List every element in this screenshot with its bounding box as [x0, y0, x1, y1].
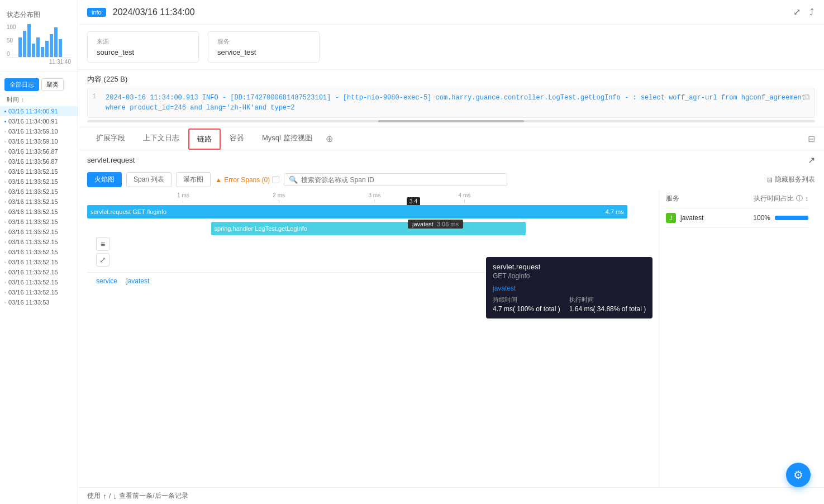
share-btn[interactable]: ⤴	[808, 6, 815, 18]
list-item[interactable]: 03/16 11:33:52.15	[0, 217, 78, 227]
error-span-checkbox[interactable]	[272, 176, 279, 183]
log-dot	[4, 211, 6, 213]
cluster-btn[interactable]: 聚类	[41, 78, 64, 91]
expand-btn[interactable]: ⤢	[792, 6, 802, 18]
list-item[interactable]: 03/16 11:33:52.15	[0, 187, 78, 197]
list-item[interactable]: 03/16 11:33:56.87	[0, 156, 78, 167]
service-bar	[775, 216, 808, 220]
log-dot	[4, 121, 6, 122]
log-dot	[4, 201, 6, 203]
timeline-main: 1 ms 2 ms 3 ms 3.4 ms 4 m	[87, 189, 650, 487]
service-panel: 服务 执行时间占比 ⓘ ↕ J javatest 100%	[659, 189, 815, 487]
list-item[interactable]: 03/16 11:33:52.15	[0, 287, 78, 297]
timeline-ruler: 1 ms 2 ms 3 ms 3.4 ms 4 m	[87, 189, 650, 205]
next-record-btn[interactable]: ↓	[113, 492, 117, 501]
info-icon: ⓘ	[796, 194, 803, 203]
main-tabs: 扩展字段 上下文日志 链路 容器 Mysql 监控视图 ⊕ ⊟	[78, 127, 824, 150]
log-dot	[4, 141, 6, 142]
list-item[interactable]: 03/16 11:33:52.15	[0, 227, 78, 237]
list-item[interactable]: 03/16 11:33:59.10	[0, 126, 78, 136]
list-item[interactable]: 03/16 11:33:53	[0, 297, 78, 307]
scroll-indicator	[87, 120, 815, 122]
log-dot	[4, 171, 6, 173]
resize-btn[interactable]: ⤢	[96, 253, 109, 267]
list-item[interactable]: 03/16 11:33:52.15	[0, 167, 78, 177]
service-row-javatest[interactable]: J javatest 100%	[666, 208, 808, 228]
tab-container[interactable]: 容器	[221, 127, 253, 150]
log-level-badge: info	[87, 8, 106, 17]
tooltip-duration: 持续时间 4.7 ms( 100% of total )	[493, 296, 560, 313]
main-panel: info 2024/03/16 11:34:00 ⤢ ⤴ 来源 source_t…	[78, 0, 824, 504]
log-dot	[4, 251, 6, 253]
content-section: 内容 (225 B) 1 2024-03-16 11:34:00.913 INF…	[78, 70, 824, 127]
sidebar: 状态分布图 100 50 0 11:31:40 全部日志	[0, 0, 78, 504]
list-item[interactable]: 03/16 11:33:52.15	[0, 237, 78, 247]
sort-icon[interactable]: ↕	[805, 195, 808, 203]
tab-expand-fields[interactable]: 扩展字段	[87, 127, 134, 150]
log-dot	[4, 292, 6, 293]
javatest-bubble: javatest 3.06 ms	[408, 220, 463, 229]
log-dot	[4, 231, 6, 233]
service-card: 服务 service_test	[208, 31, 320, 63]
hide-service-icon: ⊟	[767, 176, 773, 184]
hide-service-list-btn[interactable]: ⊟ 隐藏服务列表	[767, 175, 815, 184]
list-item[interactable]: 03/16 11:33:52.15	[0, 247, 78, 257]
time-sort-label[interactable]: 时间 ↕	[0, 93, 78, 106]
content-title: 内容 (225 B)	[87, 74, 815, 84]
log-list: 03/16 11:34:00.91 03/16 11:34:00.91 03/1…	[0, 106, 78, 498]
log-timestamp: 2024/03/16 11:34:00	[113, 7, 195, 17]
log-dot	[4, 302, 6, 303]
tab-chain[interactable]: 链路	[188, 129, 221, 150]
flame-bar-servlet[interactable]: servlet.request GET /loginfo 4.7 ms	[87, 205, 627, 218]
log-dot	[4, 282, 6, 283]
sub-tab-span-list[interactable]: Span 列表	[126, 172, 172, 187]
sub-tab-waterfall[interactable]: 瀑布图	[176, 172, 211, 187]
all-logs-btn[interactable]: 全部日志	[4, 78, 39, 91]
header-actions: ⤢ ⤴	[792, 6, 815, 18]
log-header: info 2024/03/16 11:34:00 ⤢ ⤴	[78, 0, 824, 25]
flame-sub-tabs: 火焰图 Span 列表 瀑布图 ▲ Error Spans (0) 🔍 ⊟ 隐藏…	[78, 170, 824, 189]
chain-section: servlet.request ↗ 火焰图 Span 列表 瀑布图 ▲ Erro…	[78, 150, 824, 504]
flame-bar-spring[interactable]: spring.handler LogTest.getLogInfo	[211, 222, 526, 235]
meta-row: 来源 source_test 服务 service_test	[78, 25, 824, 70]
tab-add-btn[interactable]: ⊕	[323, 131, 335, 146]
copy-icon[interactable]: ⧉	[804, 93, 810, 102]
log-filter-buttons: 全部日志 聚类	[0, 76, 78, 93]
tabs-filter-icon[interactable]: ⊟	[808, 134, 815, 144]
log-line: 1 2024-03-16 11:34:00.913 INFO - [DD:174…	[92, 93, 810, 113]
list-item[interactable]: 03/16 11:34:00.91	[0, 116, 78, 126]
fab-settings-btn[interactable]: ⚙	[786, 463, 811, 487]
status-chart: 100 50 0 11:31:40	[0, 22, 78, 66]
list-item[interactable]: 03/16 11:33:52.15	[0, 267, 78, 277]
list-item[interactable]: 03/16 11:33:52.15	[0, 207, 78, 217]
log-dot	[4, 161, 6, 163]
list-item[interactable]: 03/16 11:34:00.91	[0, 106, 78, 116]
list-item[interactable]: 03/16 11:33:52.15	[0, 257, 78, 267]
timeline-area: 1 ms 2 ms 3 ms 3.4 ms 4 m	[78, 189, 824, 487]
separator: /	[109, 492, 111, 500]
prev-record-btn[interactable]: ↑	[103, 492, 107, 501]
javatest-icon: J	[666, 213, 676, 223]
chain-external-link-icon[interactable]: ↗	[808, 155, 815, 165]
list-item[interactable]: 03/16 11:33:59.10	[0, 136, 78, 146]
tab-context-log[interactable]: 上下文日志	[134, 127, 188, 150]
log-dot	[4, 181, 6, 183]
tooltip-exec-time: 执行时间 1.64 ms( 34.88% of total )	[569, 296, 646, 313]
list-view-btn[interactable]: ≡	[96, 237, 109, 251]
span-search-input[interactable]	[301, 176, 502, 184]
list-item[interactable]: 03/16 11:33:52.15	[0, 197, 78, 207]
list-item[interactable]: 03/16 11:33:52.15	[0, 177, 78, 187]
error-spans-filter[interactable]: ▲ Error Spans (0)	[215, 176, 279, 184]
list-item[interactable]: 03/16 11:33:52.15	[0, 277, 78, 287]
span-search-box[interactable]: 🔍	[284, 173, 507, 186]
log-content-box: 1 2024-03-16 11:34:00.913 INFO - [DD:174…	[87, 88, 815, 118]
log-dot	[4, 261, 6, 263]
log-dot	[4, 241, 6, 243]
sub-tab-flame[interactable]: 火焰图	[87, 172, 122, 187]
status-text: 使用	[87, 491, 101, 501]
service-panel-header: 服务 执行时间占比 ⓘ ↕	[666, 189, 808, 208]
log-dot	[4, 191, 6, 193]
list-item[interactable]: 03/16 11:33:56.87	[0, 146, 78, 156]
search-icon: 🔍	[289, 175, 298, 184]
tab-mysql-monitor[interactable]: Mysql 监控视图	[253, 127, 321, 150]
